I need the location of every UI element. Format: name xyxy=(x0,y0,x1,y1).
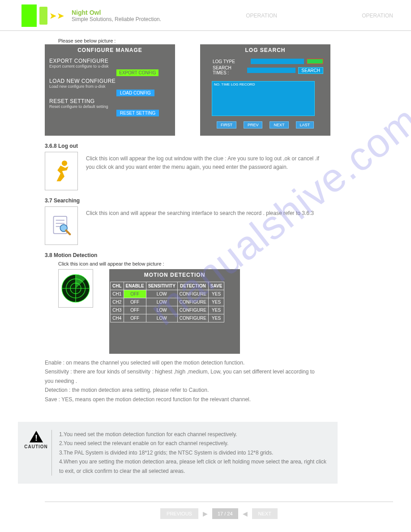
cell-sens[interactable]: LOW xyxy=(146,298,177,306)
logo-text: Night Owl Simple Solutions, Reliable Pro… xyxy=(72,9,161,22)
last-button[interactable]: LAST xyxy=(296,121,314,129)
next-button[interactable]: NEXT xyxy=(270,121,288,129)
log-type-field[interactable] xyxy=(251,59,304,64)
below-picture-label: Please see below picture : xyxy=(58,38,393,43)
md-desc-line: Detection : the motion detection area se… xyxy=(45,386,322,395)
logo-block2-icon xyxy=(39,7,47,25)
col-det: DETECTION xyxy=(177,282,208,290)
cell-save[interactable]: YES xyxy=(208,298,224,306)
cell-enable[interactable]: OFF xyxy=(124,298,146,306)
col-save: SAVE xyxy=(208,282,224,290)
motion-detection-section: 3.8 Motion Detection Click this icon and… xyxy=(45,252,393,404)
table-row: CH1OFFLOWCONFIGUREYES xyxy=(111,290,224,298)
caution-line: 2.You need select the relevant enable on… xyxy=(59,439,329,448)
radar-icon-box xyxy=(58,269,93,308)
md-desc: Enable : on means the channel you select… xyxy=(45,358,322,404)
searching-desc: Click this icon and will appear the sear… xyxy=(86,206,314,218)
logout-desc: Click this icon will appear the log out … xyxy=(86,152,328,172)
configure-title: CONFIGURE MANAGE xyxy=(45,44,175,56)
log-results-box: NO. TIME LOG RECORD xyxy=(212,81,315,116)
header-mid: OPERATION xyxy=(161,13,362,19)
arrow-right-icon: ▶ xyxy=(203,510,208,517)
arrow-left-icon: ◀ xyxy=(243,510,248,517)
log-title: LOG SEARCH xyxy=(200,44,330,56)
prev-button[interactable]: PREV xyxy=(244,121,263,129)
reset-setting-label: RESET SETTING xyxy=(49,98,95,104)
footer-next-button[interactable]: NEXT xyxy=(252,508,278,519)
col-sens: SENSITIVITY xyxy=(146,282,177,290)
caution-line: 4.When you are setting the motion detect… xyxy=(59,457,329,476)
searching-icon-box xyxy=(45,206,78,245)
export-configure-label: EXPORT CONFIGURE xyxy=(49,58,108,64)
motion-detection-panel: MOTION DETECTION CHL ENABLE SENSITIVITY … xyxy=(109,269,240,354)
footer-prev-button[interactable]: PREVIOUS xyxy=(160,508,198,519)
logo-block-icon xyxy=(21,4,37,27)
radar-icon xyxy=(59,271,93,305)
caution-label: CAUTION xyxy=(24,444,48,449)
md-title: MOTION DETECTION xyxy=(109,269,240,281)
cell-enable[interactable]: OFF xyxy=(124,314,146,322)
reset-sub: Reset configure to default setting xyxy=(49,104,171,109)
cell-det[interactable]: CONFIGURE xyxy=(177,306,208,314)
load-config-button[interactable]: LOAD CONFIG xyxy=(116,90,154,96)
document-magnifier-icon xyxy=(49,213,74,238)
table-row: CH4OFFLOWCONFIGUREYES xyxy=(111,314,224,322)
search-times-field[interactable] xyxy=(247,68,295,73)
cell-sens[interactable]: LOW xyxy=(146,314,177,322)
logout-icon-box xyxy=(45,152,78,190)
pager: FIRST PREV NEXT LAST xyxy=(200,121,330,129)
searching-heading: 3.7 Searching xyxy=(45,197,393,204)
log-search-panel: LOG SEARCH LOG TYPE SEARCH TIMES : SEARC… xyxy=(200,44,330,136)
md-below-label: Click this icon and will appear the belo… xyxy=(58,261,393,266)
log-type-label: LOG TYPE xyxy=(213,59,248,64)
cell-ch: CH2 xyxy=(111,298,124,306)
reset-setting-button[interactable]: RESET SETTING xyxy=(116,110,159,116)
cell-sens[interactable]: LOW xyxy=(146,306,177,314)
cell-save[interactable]: YES xyxy=(208,314,224,322)
caution-line: 1.You need set the motion detection func… xyxy=(59,430,329,439)
col-ch: CHL xyxy=(111,282,124,290)
cell-det[interactable]: CONFIGURE xyxy=(177,298,208,306)
md-table: CHL ENABLE SENSITIVITY DETECTION SAVE CH… xyxy=(110,282,224,322)
load-configure-label: LOAD NEW CONFIGURE xyxy=(49,78,116,84)
svg-line-6 xyxy=(66,231,70,235)
cell-det[interactable]: CONFIGURE xyxy=(177,290,208,298)
search-button[interactable]: SEARCH xyxy=(298,67,323,74)
md-desc-line: Save : YES, means open the motion detect… xyxy=(45,395,322,404)
svg-text:!: ! xyxy=(35,433,38,442)
col-enable: ENABLE xyxy=(124,282,146,290)
md-desc-line: Sensitivity : there are four kinds of se… xyxy=(45,367,322,386)
caution-block: ! CAUTION 1.You need set the motion dete… xyxy=(18,422,338,484)
svg-point-0 xyxy=(62,160,67,166)
running-person-icon xyxy=(49,159,74,184)
logout-section: 3.6.8 Log out Click this icon will appea… xyxy=(45,143,393,190)
results-header: NO. TIME LOG RECORD xyxy=(212,82,314,87)
logo: ➤➤ Night Owl Simple Solutions, Reliable … xyxy=(21,4,161,27)
caution-body: 1.You need set the motion detection func… xyxy=(59,430,329,476)
export-sub: Export current configure to u-disk xyxy=(49,64,171,69)
cell-ch: CH1 xyxy=(111,290,124,298)
table-row: CH3OFFLOWCONFIGUREYES xyxy=(111,306,224,314)
searching-section: 3.7 Searching Click this icon and will a… xyxy=(45,197,393,245)
export-config-button[interactable]: EXPORT CONFIG xyxy=(116,69,158,76)
load-sub: Load new configure from u-disk xyxy=(49,84,171,89)
md-desc-line: Enable : on means the channel you select… xyxy=(45,358,322,367)
brand-name: Night Owl xyxy=(72,9,161,16)
first-button[interactable]: FIRST xyxy=(217,121,236,129)
cell-ch: CH3 xyxy=(111,306,124,314)
md-heading: 3.8 Motion Detection xyxy=(45,252,393,258)
cell-ch: CH4 xyxy=(111,314,124,322)
page-indicator: 17 / 24 xyxy=(212,508,238,519)
search-times-label: SEARCH TIMES : xyxy=(213,65,244,75)
cell-save[interactable]: YES xyxy=(208,290,224,298)
logo-chevron-icon: ➤➤ xyxy=(49,10,64,21)
cell-save[interactable]: YES xyxy=(208,306,224,314)
caution-triangle-icon: ! xyxy=(29,430,44,443)
cell-sens[interactable]: LOW xyxy=(146,290,177,298)
cell-enable[interactable]: OFF xyxy=(124,306,146,314)
logout-heading: 3.6.8 Log out xyxy=(45,143,393,149)
cell-enable[interactable]: OFF xyxy=(124,290,146,298)
log-type-select-icon[interactable] xyxy=(307,59,323,64)
cell-det[interactable]: CONFIGURE xyxy=(177,314,208,322)
configure-manage-panel: CONFIGURE MANAGE EXPORT CONFIGURE Export… xyxy=(45,44,175,136)
